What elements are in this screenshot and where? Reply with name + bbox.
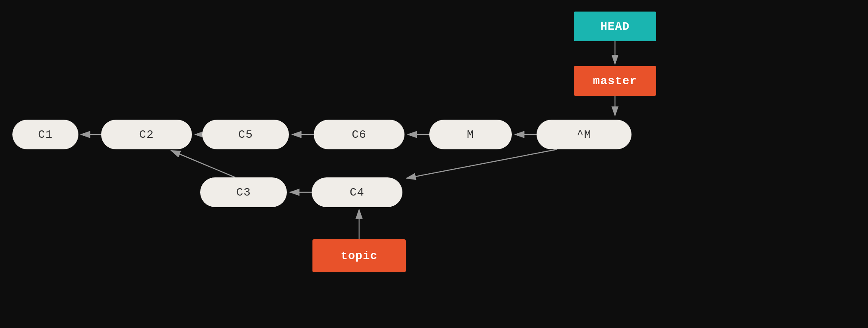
commit-c2: C2 xyxy=(101,120,192,149)
label-head: HEAD xyxy=(574,12,656,41)
arrows-svg xyxy=(0,0,868,328)
commit-c1: C1 xyxy=(12,120,78,149)
commit-m: M xyxy=(429,120,512,149)
label-topic: topic xyxy=(312,239,406,272)
commit-c3: C3 xyxy=(200,177,287,207)
commit-caret-m: ^M xyxy=(537,120,631,149)
commit-c4: C4 xyxy=(312,177,402,207)
commit-c6: C6 xyxy=(314,120,404,149)
commit-c5: C5 xyxy=(202,120,289,149)
svg-line-10 xyxy=(171,151,235,177)
git-diagram: C1 C2 C5 C6 M ^M C3 C4 HEAD master topic xyxy=(0,0,868,328)
svg-line-8 xyxy=(407,149,557,178)
label-master: master xyxy=(574,66,656,96)
